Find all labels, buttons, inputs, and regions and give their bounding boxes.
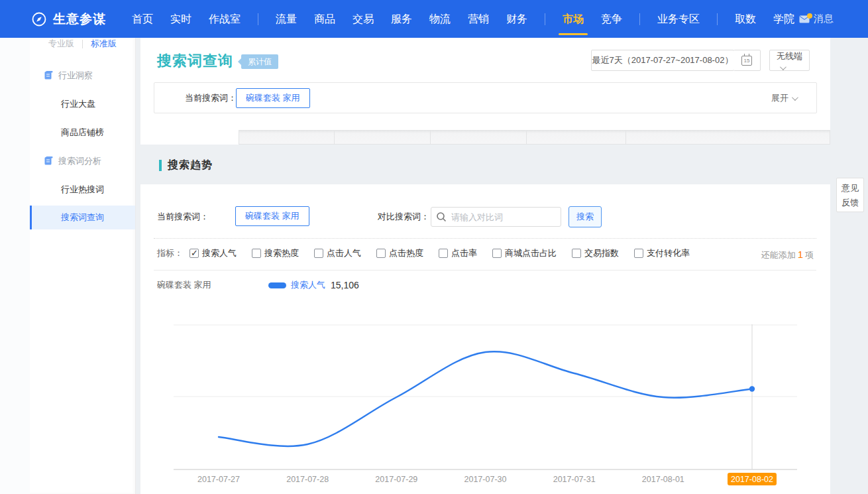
metric-checkbox-搜索人气[interactable]: 搜索人气 (190, 247, 237, 259)
divider (154, 238, 816, 239)
checkbox-icon[interactable] (634, 249, 643, 258)
nav-message[interactable]: 消息 (799, 0, 834, 38)
industry-insight-icon (44, 71, 53, 80)
current-word-label: 当前搜索词： (185, 92, 237, 104)
metric-checkbox-点击热度[interactable]: 点击热度 (376, 247, 423, 259)
calendar-button[interactable]: 15 (733, 50, 761, 71)
nav-item-营销[interactable]: 营销 (468, 0, 489, 38)
remaining-count: 1 (798, 249, 803, 260)
feedback-line1: 意见 (837, 181, 863, 196)
x-tick-label: 2017-07-31 (553, 475, 596, 484)
tab-6[interactable] (626, 130, 830, 145)
checkbox-icon[interactable] (252, 249, 261, 258)
expand-link[interactable]: 展开 (771, 92, 796, 104)
legend-line-swatch (268, 282, 286, 288)
chevron-down-icon (792, 94, 798, 101)
logo-icon (31, 11, 47, 27)
metrics-row: 指标： 搜索人气搜索热度点击人气点击热度点击率商城点击占比交易指数支付转化率 (157, 247, 705, 259)
metric-checkbox-商城点击占比[interactable]: 商城点击占比 (492, 247, 557, 259)
metric-checkbox-点击率[interactable]: 点击率 (439, 247, 477, 259)
metric-label: 搜索热度 (264, 247, 299, 259)
nav-item-取数[interactable]: 取数 (735, 0, 756, 38)
sidebar-item-行业大盘[interactable]: 行业大盘 (30, 90, 135, 118)
nav-item-实时[interactable]: 实时 (170, 0, 191, 38)
metric-checkbox-交易指数[interactable]: 交易指数 (572, 247, 619, 259)
message-badge-dot (807, 13, 812, 19)
sidebar-section-1[interactable]: 行业洞察 (30, 61, 135, 90)
last-point-dot[interactable] (749, 386, 755, 391)
metric-label: 点击率 (451, 247, 477, 259)
nav-divider (717, 13, 718, 25)
sidebar-item-商品店铺榜[interactable]: 商品店铺榜 (30, 118, 135, 147)
checkbox-icon[interactable] (314, 249, 323, 258)
checkbox-icon[interactable] (492, 249, 502, 258)
nav-item-商品[interactable]: 商品 (314, 0, 335, 38)
checkbox-icon[interactable] (376, 249, 386, 258)
search-button[interactable]: 搜索 (569, 206, 602, 227)
checkbox-icon[interactable] (572, 249, 581, 258)
tab-pro-version[interactable]: 专业版 (48, 38, 74, 50)
nav-item-首页[interactable]: 首页 (132, 0, 153, 38)
metric-label: 商城点击占比 (505, 247, 557, 259)
current-word-tag[interactable]: 碗碟套装 家用 (236, 88, 310, 108)
trend-line[interactable] (219, 351, 752, 446)
x-tick-label: 2017-08-01 (642, 475, 684, 484)
nav-item-业务专区[interactable]: 业务专区 (657, 0, 700, 38)
metric-checkbox-点击人气[interactable]: 点击人气 (314, 247, 361, 259)
metrics-label: 指标： (157, 247, 183, 259)
sidebar-item-行业热搜词[interactable]: 行业热搜词 (30, 175, 135, 204)
legend-metric-value: 15,106 (331, 280, 359, 290)
calendar-icon: 15 (741, 56, 752, 66)
sidebar-item-搜索词查询[interactable]: 搜索词查询 (30, 206, 135, 229)
nav-item-市场[interactable]: 市场 (563, 0, 584, 38)
nav-item-物流[interactable]: 物流 (429, 0, 451, 38)
version-toggle: 专业版 标准版 (30, 36, 135, 52)
brand[interactable]: 生意参谋 (31, 11, 106, 28)
tab-active[interactable] (140, 130, 239, 145)
nav-item-财务[interactable]: 财务 (506, 0, 527, 38)
badge-arrow (238, 58, 241, 65)
remaining-quota: 还能添加1项 (761, 249, 814, 261)
checkbox-icon[interactable] (439, 249, 448, 258)
metric-checkbox-搜索热度[interactable]: 搜索热度 (252, 247, 299, 259)
sidebar-section-2[interactable]: 搜索词分析 (30, 147, 135, 175)
x-tick-label-highlighted: 2017-08-02 (731, 475, 773, 484)
tab-4[interactable] (431, 130, 527, 145)
trend-current-word-label: 当前搜索词： (157, 211, 209, 223)
compare-word-input[interactable] (431, 207, 561, 227)
cumulative-badge: 累计值 (241, 54, 278, 69)
x-tick-label: 2017-07-29 (375, 475, 417, 484)
trend-line-chart[interactable]: 2017-07-272017-07-282017-07-292017-07-30… (140, 305, 830, 494)
metric-label: 点击热度 (389, 247, 423, 259)
date-range-button[interactable]: 最近7天（2017-07-27~2017-08-02） (591, 50, 734, 71)
trend-current-word-tag[interactable]: 碗碟套装 家用 (235, 206, 309, 226)
tab-5[interactable] (527, 130, 626, 145)
compare-word-label: 对比搜索词： (378, 211, 429, 223)
chevron-down-icon (780, 64, 787, 70)
nav-item-服务[interactable]: 服务 (391, 0, 412, 38)
tab-standard-version[interactable]: 标准版 (91, 38, 117, 50)
tab-strip (140, 130, 830, 145)
nav-item-作战室[interactable]: 作战室 (209, 0, 241, 38)
nav-menu: 首页实时作战室流量商品交易服务物流营销财务市场竞争业务专区取数学院 (123, 0, 803, 38)
trend-card: 当前搜索词： 碗碟套装 家用 对比搜索词： 搜索 指标： 搜索人气搜索热度点击人… (140, 184, 830, 494)
tab-2[interactable] (239, 130, 335, 145)
feedback-button[interactable]: 意见 反馈 (836, 178, 864, 212)
legend-metric-name[interactable]: 搜索人气 (291, 279, 325, 291)
nav-item-学院[interactable]: 学院 (773, 0, 794, 38)
tab-3[interactable] (335, 130, 431, 145)
section-title: 搜索趋势 (168, 158, 213, 172)
search-word-analysis-icon (44, 156, 53, 165)
nav-item-竞争[interactable]: 竞争 (601, 0, 622, 38)
top-navbar: 生意参谋 首页实时作战室流量商品交易服务物流营销财务市场竞争业务专区取数学院 消… (0, 0, 868, 38)
nav-item-交易[interactable]: 交易 (353, 0, 374, 38)
version-divider (82, 40, 83, 48)
terminal-select-button[interactable]: 无线端 (769, 50, 810, 71)
metric-checkbox-支付转化率[interactable]: 支付转化率 (634, 247, 690, 259)
section-header: 搜索趋势 (159, 158, 213, 172)
metric-label: 交易指数 (584, 247, 619, 259)
metric-label: 点击人气 (327, 247, 361, 259)
nav-item-流量[interactable]: 流量 (276, 0, 297, 38)
x-tick-label: 2017-07-27 (197, 475, 240, 484)
checkbox-checked-icon[interactable] (190, 249, 199, 258)
